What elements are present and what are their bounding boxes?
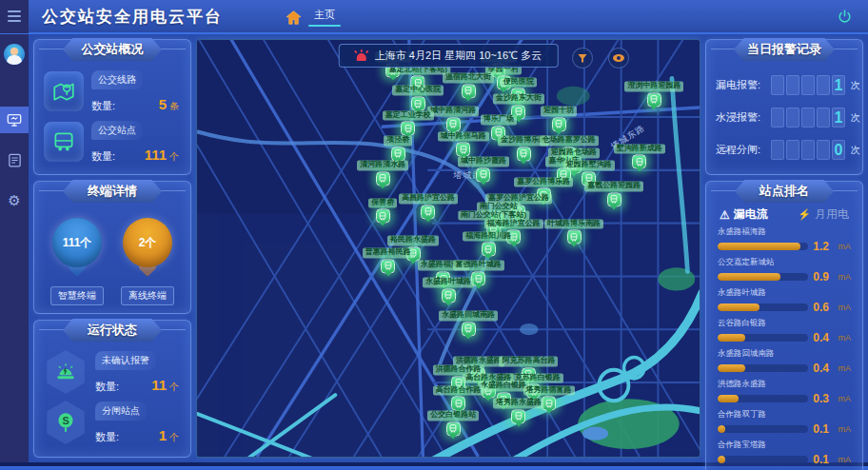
map-station-label: 墅沟路新成路 bbox=[614, 144, 665, 154]
map-station-marker[interactable]: 迎园十坊 bbox=[541, 107, 577, 132]
ranking-unit: mA bbox=[834, 363, 851, 373]
map-station-marker[interactable]: 城中路张马路 bbox=[438, 131, 489, 157]
map-station-marker[interactable]: 福海路阳川路 bbox=[463, 231, 514, 257]
ranking-unit: mA bbox=[834, 272, 851, 282]
count-unit: 个 bbox=[169, 150, 179, 164]
map-visibility-button[interactable] bbox=[608, 48, 629, 69]
alarm-digit-boxes: 0 bbox=[771, 140, 845, 160]
terminal-label: 智慧终端 bbox=[50, 286, 104, 305]
nav-home-label: 主页 bbox=[314, 8, 335, 22]
map-station-marker[interactable]: 嘉戬公路迎园路 bbox=[584, 182, 643, 207]
alarm-record-row: 远程分闸:0次 bbox=[716, 140, 853, 160]
map-station-label: 便民医院 bbox=[501, 77, 537, 88]
count-unit: 个 bbox=[169, 431, 179, 444]
map-station-label: 城中路张马路 bbox=[438, 131, 489, 142]
ranking-bar-fill bbox=[718, 304, 760, 311]
map-station-marker[interactable]: 清河路清水路 bbox=[357, 161, 408, 186]
digit-box bbox=[817, 108, 830, 127]
digit-box bbox=[771, 140, 784, 160]
map-station-marker[interactable]: 永盛路叶城路 bbox=[423, 277, 474, 303]
map-station-marker[interactable]: 永盛路回城南路 bbox=[439, 310, 498, 336]
bus-marker-icon bbox=[462, 84, 476, 98]
user-avatar[interactable] bbox=[4, 44, 25, 65]
bus-icon bbox=[44, 122, 84, 162]
stat-item-label: 公交站点 bbox=[91, 121, 143, 140]
map-station-label: 城中路清河路 bbox=[427, 107, 479, 117]
map-station-label: 福海路沪宜公路 bbox=[484, 219, 543, 229]
map-station-marker[interactable]: 塔秀路永盛路 bbox=[493, 398, 544, 423]
map-station-label: 塔秀路德富路 bbox=[523, 385, 575, 396]
map-station-marker[interactable]: 城中路沙霞路 bbox=[458, 156, 509, 182]
ranking-bar-track bbox=[718, 425, 808, 433]
sidebar-item-dashboard[interactable] bbox=[0, 107, 29, 133]
ranking-row: 永盛路福海路1.2mA bbox=[718, 226, 851, 253]
sidebar-item-settings[interactable]: ⚙ bbox=[0, 186, 29, 213]
panel-alarm-records-title: 当日报警记录 bbox=[734, 38, 835, 61]
map-station-marker[interactable]: 城中路清河路 bbox=[427, 107, 479, 132]
map-station-label: 迎园十坊 bbox=[541, 107, 577, 117]
map-station-marker[interactable]: 墅沟路新成路 bbox=[614, 144, 665, 169]
count-label: 数量: bbox=[91, 99, 115, 113]
power-button[interactable] bbox=[837, 9, 853, 25]
map-station-marker[interactable]: 澄浏中路迎园路 bbox=[624, 81, 683, 107]
digit-box bbox=[786, 108, 799, 127]
ranking-value: 1.2 bbox=[813, 240, 829, 253]
ranking-bar-track bbox=[718, 334, 808, 342]
map-station-label: 普惠路裕民路 bbox=[363, 248, 414, 259]
bus-marker-icon bbox=[552, 117, 566, 131]
count-value: 5 bbox=[159, 96, 167, 112]
count-label: 数量: bbox=[95, 430, 119, 444]
map-station-marker[interactable]: 嘉定工业学校 bbox=[383, 110, 434, 136]
page-title: 公交站安全用电云平台 bbox=[42, 6, 223, 28]
map-station-label: 澄浏中路迎园路 bbox=[624, 81, 683, 91]
map-station-label: 嘉戬公路迎园路 bbox=[584, 182, 643, 192]
terminal-count: 111个 bbox=[63, 235, 92, 251]
ranking-tab-monthly[interactable]: ⚡月用电 bbox=[798, 206, 849, 223]
map-station-marker[interactable]: 温宿路北大街 bbox=[443, 73, 494, 99]
map-station-marker[interactable]: 高台路合作路 bbox=[433, 385, 484, 411]
ranking-bar-fill bbox=[718, 425, 725, 433]
digit-box bbox=[817, 140, 830, 160]
ranking-station-name: 合作路双丁路 bbox=[718, 409, 851, 421]
map-canvas[interactable]: 上海市 4月2日 星期四 10~16℃ 多云 塔城东路塔城路 嘉定北站嘉定北站(… bbox=[196, 39, 700, 458]
terminal-item: 2个离线终端 bbox=[121, 218, 174, 305]
map-station-marker[interactable]: 叶城路博乐南路 bbox=[544, 219, 603, 245]
alarm-record-label: 漏电报警: bbox=[716, 78, 771, 92]
map-station-label: 富强路叶城路 bbox=[453, 261, 504, 271]
route-map-icon bbox=[44, 71, 84, 111]
ranking-row: 合作路双丁路0.1mA bbox=[718, 409, 851, 436]
menu-toggle-button[interactable] bbox=[0, 0, 29, 33]
map-filter-button[interactable] bbox=[572, 48, 593, 69]
terminal-pin: 2个 bbox=[123, 218, 172, 267]
digit-box bbox=[786, 140, 799, 160]
sidebar-item-records[interactable] bbox=[0, 147, 29, 173]
map-station-label: 叶城路博乐南路 bbox=[544, 219, 603, 229]
nav-home-underline bbox=[308, 25, 341, 27]
ranking-value: 0.6 bbox=[813, 301, 829, 314]
map-station-marker[interactable]: 保善桥 bbox=[368, 198, 397, 224]
bus-marker-icon bbox=[446, 117, 461, 131]
lightning-icon: ⚡ bbox=[798, 208, 811, 221]
map-station-marker[interactable]: 普惠路裕民路 bbox=[363, 248, 414, 274]
stat-item-label: 未确认报警 bbox=[95, 351, 156, 370]
alarm-record-unit: 次 bbox=[851, 144, 860, 157]
home-icon bbox=[286, 10, 302, 25]
ranking-tab-leakage[interactable]: ⚠漏电流 bbox=[720, 206, 768, 223]
panel-overview: 公交站概况 公交线路数量:5条公交站点数量:111个 bbox=[33, 39, 191, 175]
map-station-marker[interactable]: 项泾桥 bbox=[384, 135, 412, 161]
ranking-bar-fill bbox=[718, 273, 780, 281]
map-station-label: 城中路沙霞路 bbox=[458, 156, 509, 166]
hamburger-icon bbox=[8, 8, 21, 25]
nav-home[interactable]: 主页 bbox=[286, 0, 341, 34]
count-value: 1 bbox=[159, 427, 167, 443]
ranking-row: 永盛路叶城路0.6mA bbox=[718, 287, 851, 314]
terminal-label: 离线终端 bbox=[121, 286, 174, 305]
map-station-marker[interactable]: 公交白银路站 bbox=[427, 411, 479, 437]
ranking-station-name: 永盛路福海路 bbox=[718, 226, 851, 238]
gear-icon: ⚙ bbox=[8, 193, 20, 207]
bus-marker-icon bbox=[647, 92, 661, 107]
digit-box: 1 bbox=[832, 75, 845, 95]
map-station-marker[interactable]: 高昌路沪宜公路 bbox=[399, 194, 458, 220]
count-unit: 条 bbox=[169, 100, 179, 113]
bus-marker-icon bbox=[517, 147, 531, 161]
